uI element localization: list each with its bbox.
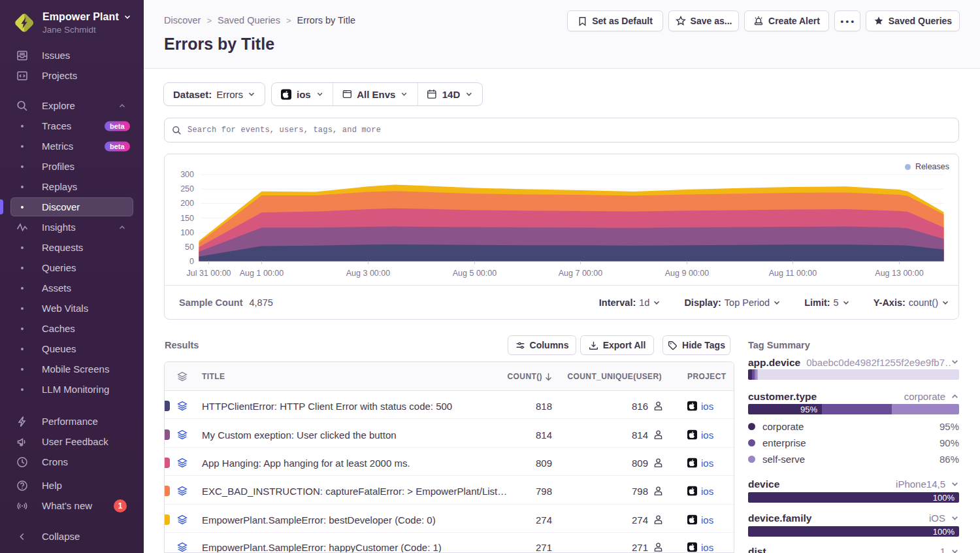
svg-text:Aug 13 00:00: Aug 13 00:00: [875, 269, 923, 278]
svg-text:250: 250: [180, 184, 194, 193]
svg-text:Aug 3 00:00: Aug 3 00:00: [346, 269, 390, 278]
svg-text:0: 0: [189, 257, 194, 266]
svg-text:Aug 9 00:00: Aug 9 00:00: [665, 269, 709, 278]
svg-text:Aug 11 00:00: Aug 11 00:00: [769, 269, 817, 278]
svg-text:Aug 1 00:00: Aug 1 00:00: [240, 269, 284, 278]
svg-text:Aug 7 00:00: Aug 7 00:00: [559, 269, 602, 278]
svg-text:150: 150: [180, 214, 194, 223]
svg-text:Aug 5 00:00: Aug 5 00:00: [453, 269, 497, 278]
svg-text:100: 100: [180, 228, 194, 237]
svg-text:Jul 31 00:00: Jul 31 00:00: [186, 269, 231, 278]
svg-text:50: 50: [185, 243, 194, 252]
svg-text:200: 200: [180, 199, 194, 208]
svg-text:300: 300: [180, 170, 194, 179]
